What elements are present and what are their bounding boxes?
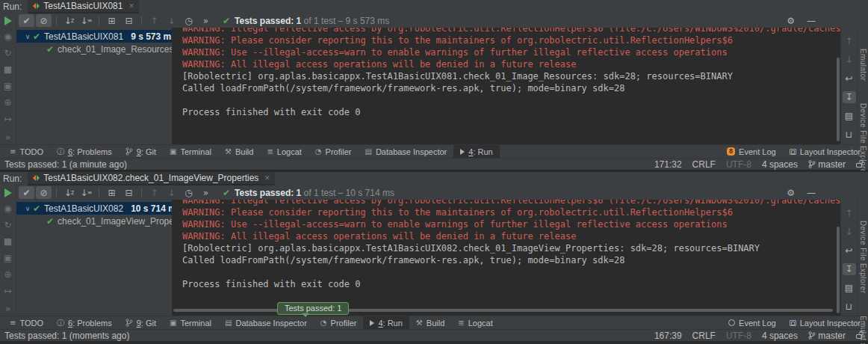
chevron-down-icon[interactable]: ∨ (22, 205, 33, 212)
show-ignored-icon[interactable]: ⊘ (36, 186, 52, 199)
toolwindow-build[interactable]: ⚒Build (218, 145, 260, 158)
expand-all-icon[interactable]: ⊞ (104, 186, 120, 199)
run-config-tab[interactable]: TestA1BasicUIX082.check_01_ImageView_Pro… (28, 172, 275, 185)
stop-icon: ■ (2, 64, 14, 75)
run-tool-window-1: Run: TestA1BasicUIX081 × ◉ ↻ ■ ▣ ⊕ ↦ » ✔ (0, 0, 868, 171)
run-console[interactable]: WARNING: Illegal reflective access by or… (172, 200, 840, 316)
collapse-all-icon[interactable]: ⊟ (121, 186, 137, 199)
toolwindow-git[interactable]: 9: Git (119, 145, 163, 158)
test-history-icon[interactable]: ◷ (181, 186, 196, 199)
test-tree-root-row[interactable]: ∨ ✔ TestA1BasicUIX082 (org.aplas.basica … (16, 202, 172, 215)
line-endings[interactable]: CRLF (692, 331, 716, 341)
toolwindow-profiler[interactable]: ◔Profiler (314, 316, 364, 329)
toolwindow-run[interactable]: 4: Run (453, 145, 499, 158)
console-horizontal-scrollbar[interactable] (173, 309, 833, 312)
toolwindow-logcat[interactable]: ≣Logcat (451, 316, 499, 329)
layout-inspector-button[interactable]: Layout Inspector (790, 319, 861, 328)
test-history-icon[interactable]: ◷ (181, 14, 196, 27)
console-line: Called loadFromPath(/system/framework/fr… (182, 82, 840, 94)
print-icon[interactable]: ▤ (843, 110, 856, 122)
sort-alphabetically-icon[interactable]: ↓z (61, 14, 77, 27)
rerun-failed-tests-icon[interactable]: ◉ (2, 31, 14, 42)
gear-icon[interactable]: ⚙ (787, 188, 795, 198)
toggle-auto-test-icon[interactable]: ↻ (2, 219, 14, 230)
git-branch-widget[interactable]: master (808, 331, 846, 341)
test-tree-child-row[interactable]: ✔ check_01_ImageView_Properties 10 s 714… (16, 215, 172, 227)
rerun-icon[interactable] (4, 188, 12, 197)
more-tool-options-icon[interactable]: » (2, 132, 14, 143)
expand-all-icon[interactable]: ⊞ (104, 14, 120, 27)
attach-debugger-icon[interactable]: ⊕ (2, 96, 14, 108)
sidetab-emulator[interactable]: Emulator (859, 49, 867, 81)
sidetab-device-file-explorer[interactable]: Device File Explorer (859, 221, 867, 293)
toolwindow-problems[interactable]: ⓘ6: Problems (50, 145, 119, 158)
rerun-icon[interactable] (4, 16, 12, 25)
more-actions-icon[interactable]: » (198, 14, 214, 27)
line-endings[interactable]: CRLF (692, 159, 716, 170)
show-console-icon[interactable]: ↦ (2, 285, 14, 296)
toolwindow-logcat[interactable]: ≣Logcat (260, 145, 308, 158)
toolwindow-problems[interactable]: ⓘ6: Problems (50, 316, 119, 329)
scroll-to-end-icon[interactable]: ↧ (843, 91, 856, 103)
console-vertical-scrollbar[interactable] (837, 58, 840, 141)
toolwindow-database-inspector[interactable]: ▤Database Inspector (358, 145, 453, 158)
sort-by-duration-icon[interactable]: ↓≡ (78, 186, 94, 199)
todo-icon: ≡ (10, 319, 16, 327)
test-tree-child-row[interactable]: ✔ check_01_Image_Resources 9 s 573 ms (16, 43, 172, 55)
clear-console-icon[interactable]: ⊔ (843, 301, 856, 313)
unlocked-padlock-icon[interactable] (856, 163, 862, 168)
layout-inspector-button[interactable]: Layout Inspector (790, 147, 861, 156)
gear-icon[interactable]: ⚙ (787, 16, 795, 26)
rerun-failed-tests-icon[interactable]: ◉ (2, 203, 14, 214)
show-passed-icon[interactable]: ✔ (19, 186, 34, 199)
close-icon[interactable]: × (264, 173, 270, 183)
close-icon[interactable]: × (128, 1, 134, 11)
hide-tool-window-icon[interactable]: — (807, 16, 816, 26)
caret-position[interactable]: 171:32 (654, 159, 682, 170)
scroll-to-end-icon[interactable]: ↧ (843, 263, 856, 275)
show-ignored-icon[interactable]: ⊘ (36, 14, 52, 27)
attach-debugger-icon[interactable]: ⊕ (2, 268, 14, 280)
hide-tool-window-icon[interactable]: — (807, 188, 816, 198)
toggle-auto-test-icon[interactable]: ↻ (2, 47, 14, 58)
dump-threads-icon[interactable]: ▣ (2, 80, 14, 91)
soft-wrap-icon[interactable]: ↩ (843, 245, 856, 257)
run-config-tab[interactable]: TestA1BasicUIX081 × (28, 0, 139, 13)
print-icon[interactable]: ▤ (843, 282, 856, 294)
console-vertical-scrollbar[interactable] (837, 227, 840, 313)
file-encoding[interactable]: UTF-8 (726, 159, 751, 170)
sort-alphabetically-icon[interactable]: ↓z (61, 186, 77, 199)
event-log-button[interactable]: 8Event Log (727, 147, 776, 156)
show-passed-icon[interactable]: ✔ (19, 14, 34, 27)
toolwindow-git[interactable]: 9: Git (119, 316, 163, 329)
toolwindow-database-inspector[interactable]: ▤Database Inspector (218, 316, 314, 329)
soft-wrap-icon[interactable]: ↩ (843, 73, 856, 85)
toolwindow-profiler[interactable]: ◔Profiler (309, 145, 359, 158)
unlocked-padlock-icon[interactable] (856, 334, 862, 339)
clear-console-icon[interactable]: ⊔ (843, 129, 856, 141)
status-bar: Tests passed: 1 (moments ago) 167:39 CRL… (0, 329, 868, 341)
sort-by-duration-icon[interactable]: ↓≡ (78, 14, 94, 27)
more-actions-icon[interactable]: » (198, 186, 214, 199)
dump-threads-icon[interactable]: ▣ (2, 252, 14, 263)
toolwindow-terminal[interactable]: ▣Terminal (163, 316, 218, 329)
console-line: Called loadFromPath(/system/framework/fr… (182, 254, 840, 266)
show-console-icon[interactable]: ↦ (2, 113, 14, 124)
indent-setting[interactable]: 4 spaces (762, 331, 798, 341)
event-log-button[interactable]: Event Log (728, 319, 776, 328)
toolwindow-terminal[interactable]: ▣Terminal (163, 145, 218, 158)
chevron-down-icon[interactable]: ∨ (22, 33, 33, 40)
toolwindow-run[interactable]: 4: Run (363, 316, 409, 329)
indent-setting[interactable]: 4 spaces (762, 159, 798, 170)
toolwindow-todo[interactable]: ≡TODO (3, 145, 50, 158)
test-tree-root-row[interactable]: ∨ ✔ TestA1BasicUIX081 (org.aplas.basica … (16, 30, 172, 43)
toolwindow-build[interactable]: ⚒Build (409, 316, 451, 329)
file-encoding[interactable]: UTF-8 (726, 331, 751, 341)
toolwindow-todo[interactable]: ≡TODO (3, 316, 50, 329)
run-console[interactable]: WARNING: Illegal reflective access by or… (172, 28, 840, 144)
test-duration: 10 s 714 ms (126, 203, 172, 214)
collapse-all-icon[interactable]: ⊟ (121, 14, 137, 27)
git-branch-widget[interactable]: master (808, 159, 846, 170)
more-tool-options-icon[interactable]: » (2, 303, 14, 314)
caret-position[interactable]: 167:39 (654, 331, 682, 341)
